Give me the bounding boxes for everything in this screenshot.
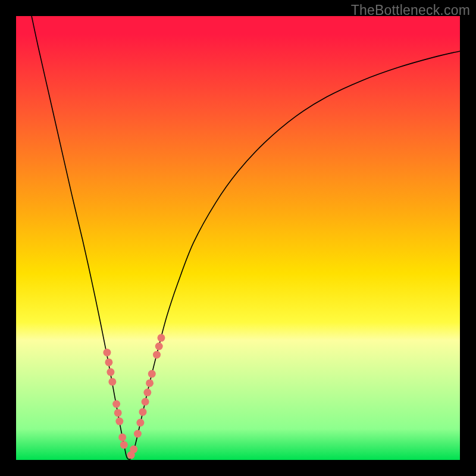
bead — [103, 349, 111, 356]
bottleneck-curve — [32, 16, 460, 459]
bead — [118, 433, 126, 441]
bead — [115, 418, 123, 425]
bead — [134, 430, 142, 437]
bead — [155, 343, 163, 350]
bead — [157, 334, 165, 342]
bead — [112, 400, 120, 408]
bead-cluster — [103, 334, 165, 459]
bead — [108, 378, 116, 386]
bead — [105, 358, 112, 366]
curve-overlay — [16, 16, 460, 460]
bead — [148, 370, 156, 378]
bead — [107, 368, 114, 376]
bead — [143, 389, 151, 396]
bead — [136, 419, 144, 427]
bead — [153, 351, 161, 359]
bead — [114, 409, 122, 416]
bead — [130, 446, 137, 453]
bead — [139, 408, 146, 416]
bead — [120, 441, 128, 449]
bead — [146, 379, 154, 387]
bead — [142, 398, 149, 406]
